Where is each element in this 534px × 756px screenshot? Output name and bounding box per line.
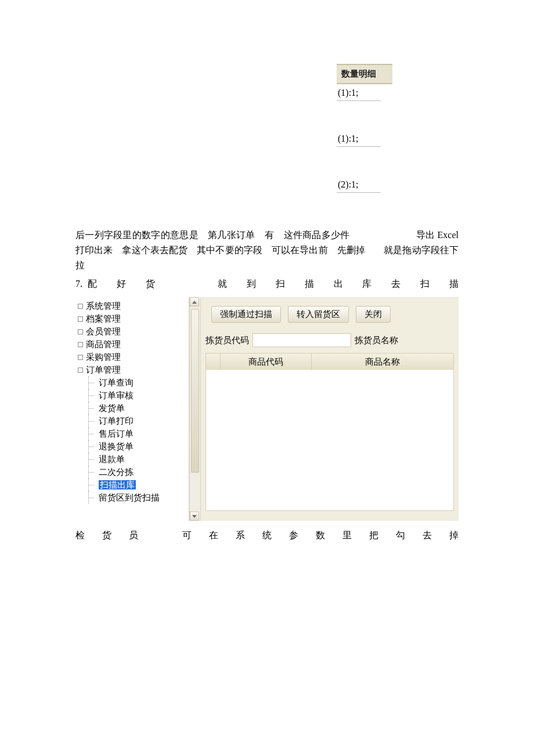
tree-parent[interactable]: 档案管理 <box>75 312 189 325</box>
grid-col-product-name: 商品名称 <box>312 354 453 370</box>
chevron-down-icon <box>192 515 197 518</box>
tree-item[interactable]: 退款单 <box>96 453 189 466</box>
tree-parent[interactable]: 采购管理 <box>75 351 189 363</box>
tree-item[interactable]: 退换货单 <box>96 440 189 453</box>
table-header: 数量明细 <box>337 64 392 84</box>
quantity-detail-table: 数量明细 (1):1; (1):1; (2):1; <box>337 64 389 193</box>
grid-col-handle <box>206 354 221 370</box>
tree-parent[interactable]: 商品管理 <box>75 338 189 351</box>
tree-item[interactable]: 订单审核 <box>96 389 189 402</box>
content-pane: 强制通过扫描 转入留货区 关闭 拣货员代码 拣货员名称 商品代码 商品名称 <box>201 297 459 521</box>
tree-scrollbar[interactable] <box>189 297 201 521</box>
table-row: (1):1; <box>337 84 381 101</box>
tree-parent[interactable]: 会员管理 <box>75 325 189 338</box>
product-grid: 商品代码 商品名称 <box>205 353 454 511</box>
nav-tree: 系统管理 档案管理 会员管理 商品管理 采购管理 订单管理 订单查询 订单审核 … <box>75 297 189 521</box>
tree-item[interactable]: 订单查询 <box>96 376 189 389</box>
force-pass-scan-button[interactable]: 强制通过扫描 <box>211 306 281 323</box>
tree-item-scan-out[interactable]: 扫描出库 <box>96 478 189 491</box>
move-to-hold-button[interactable]: 转入留货区 <box>288 306 349 323</box>
picker-form-row: 拣货员代码 拣货员名称 <box>205 333 454 347</box>
tree-parent[interactable]: 订单管理 <box>75 363 189 376</box>
chevron-up-icon <box>192 301 197 304</box>
tree-item[interactable]: 发货单 <box>96 402 189 415</box>
tree-parent[interactable]: 系统管理 <box>75 300 189 312</box>
grid-col-product-code: 商品代码 <box>221 354 312 370</box>
close-button[interactable]: 关闭 <box>356 306 391 323</box>
scroll-thumb[interactable] <box>191 309 199 473</box>
tree-item[interactable]: 售后订单 <box>96 427 189 440</box>
picker-code-input[interactable] <box>252 333 351 347</box>
toolbar: 强制通过扫描 转入留货区 关闭 <box>211 306 454 323</box>
paragraph-4: 检 货 员 可 在 系 统 参 数 里 把 勾 去 掉 <box>75 528 459 543</box>
paragraph-1: 后一列字段里的数字的意思是 第几张订单 有 这件商品多少件 导出 Excel 打… <box>75 228 459 273</box>
table-row: (1):1; <box>337 130 381 147</box>
table-row: (2):1; <box>337 176 381 193</box>
paragraph-2: 7.配 好 货 就 到 扫 描 出 库 去 扫 描 <box>75 276 459 291</box>
picker-code-label: 拣货员代码 <box>205 335 249 346</box>
app-screenshot: 系统管理 档案管理 会员管理 商品管理 采购管理 订单管理 订单查询 订单审核 … <box>75 297 459 521</box>
tree-item[interactable]: 二次分拣 <box>96 466 189 478</box>
tree-item[interactable]: 留货区到货扫描 <box>96 491 189 504</box>
grid-header: 商品代码 商品名称 <box>206 354 453 370</box>
tree-item[interactable]: 订单打印 <box>96 415 189 427</box>
scroll-down-button[interactable] <box>190 512 199 521</box>
picker-name-label: 拣货员名称 <box>355 335 398 346</box>
scroll-up-button[interactable] <box>190 297 199 307</box>
